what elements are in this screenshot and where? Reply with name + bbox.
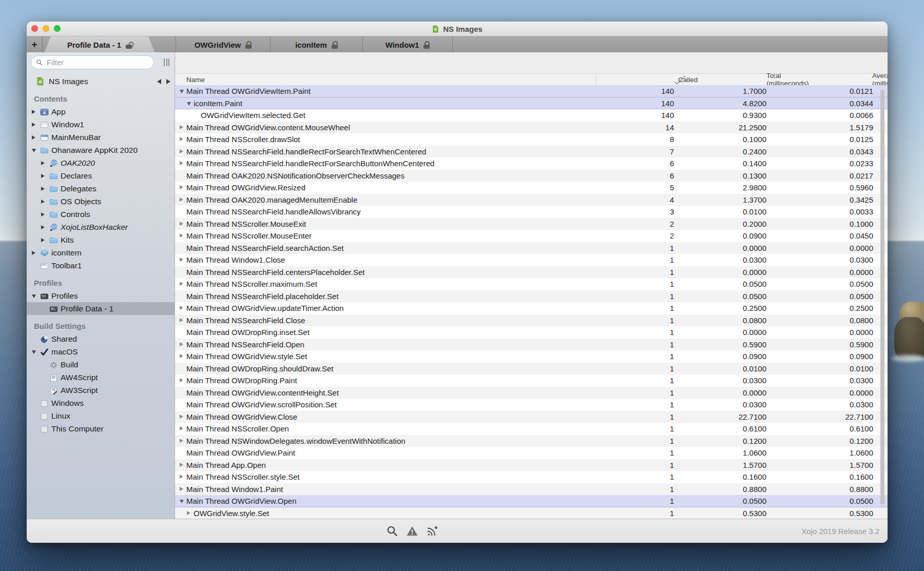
sidebar-item-macos[interactable]: macOS [27,345,175,358]
disclosure-collapsed-icon[interactable] [32,135,35,140]
vertical-scrollbar[interactable] [880,90,884,504]
sidebar-item-delegates[interactable]: Delegates [27,182,175,195]
add-tab-button[interactable]: + [27,36,43,53]
table-row[interactable]: Main Thread NSScroller.MouseExit20.20000… [175,218,888,230]
table-row[interactable]: Main Thread OWGridViewItem.Paint1401.700… [175,85,888,97]
disclosure-collapsed-icon[interactable] [32,123,35,127]
table-row[interactable]: Main Thread OWGridView.scrollPosition.Se… [175,399,888,411]
warning-icon[interactable] [406,525,418,537]
disclosure-collapsed-icon[interactable] [180,149,183,153]
project-row-ns-images[interactable]: NS Images [27,75,175,88]
table-row[interactable]: Main Thread NSScroller.MouseEnter20.0900… [175,230,888,242]
sidebar-item-ohanaware-appkit-2020[interactable]: Ohanaware AppKit 2020 [27,144,175,156]
disclosure-collapsed-icon[interactable] [180,378,183,382]
disclosure-expanded-icon[interactable] [32,149,36,152]
table-row[interactable]: Main Thread Window1.Close10.03000.0300 [175,254,888,266]
table-row[interactable]: Main Thread OWGridView.content.MouseWhee… [175,122,888,134]
filter-input[interactable] [46,57,149,67]
column-divider[interactable] [683,74,684,85]
disclosure-collapsed-icon[interactable] [41,187,45,191]
disclosure-collapsed-icon[interactable] [180,161,183,165]
sidebar-item-build[interactable]: Build [27,358,175,371]
disclosure-collapsed-icon[interactable] [41,212,45,216]
disclosure-collapsed-icon[interactable] [180,125,183,129]
disclosure-collapsed-icon[interactable] [32,251,35,255]
table-row[interactable]: Main Thread NSScroller.maximum.Set10.050… [175,278,888,290]
table-row[interactable]: Main Thread OWDropRing.Paint10.03000.030… [175,375,888,387]
table-row[interactable]: Main Thread NSSearchField.handleAllowsVi… [175,206,888,218]
sidebar-item-app[interactable]: AApp [27,105,175,118]
table-row[interactable]: Main Thread Window1.Paint10.88000.8800 [175,483,888,496]
sidebar-item-os-objects[interactable]: OS Objects [27,195,175,208]
disclosure-collapsed-icon[interactable] [180,282,183,286]
disclosure-collapsed-icon[interactable] [180,233,183,238]
column-divider[interactable] [775,74,775,85]
disclosure-collapsed-icon[interactable] [180,475,183,479]
disclosure-expanded-icon[interactable] [180,90,184,93]
disclosure-collapsed-icon[interactable] [180,137,183,141]
disclosure-collapsed-icon[interactable] [180,426,183,430]
disclosure-collapsed-icon[interactable] [41,161,45,165]
disclosure-expanded-icon[interactable] [187,102,191,106]
sidebar-item-aw3script[interactable]: AW3Script [27,384,175,397]
tab-iconitem[interactable]: iconItem [271,36,363,53]
sidebar-item-linux[interactable]: Linux [27,409,175,422]
disclosure-collapsed-icon[interactable] [41,238,45,242]
sidebar-item-aw4script[interactable]: AW4Script [27,371,175,384]
disclosure-collapsed-icon[interactable] [180,222,183,226]
disclosure-collapsed-icon[interactable] [180,185,183,189]
disclosure-collapsed-icon[interactable] [187,511,190,515]
sidebar-resize-grip-icon[interactable] [164,58,169,66]
sidebar-item-shared[interactable]: Shared [27,332,175,345]
table-row[interactable]: Main Thread NSScroller.drawSlot80.10000.… [175,133,888,146]
table-row[interactable]: Main Thread NSSearchField.Close10.08000.… [175,314,888,327]
disclosure-collapsed-icon[interactable] [180,258,183,262]
table-row[interactable]: Main Thread NSWindowDelegates.windowEven… [175,435,888,447]
sidebar-item-xojolistboxhacker[interactable]: XojoListBoxHacker [27,221,175,233]
disclosure-collapsed-icon[interactable] [32,110,35,114]
table-row[interactable]: Main Thread OWGridView.Resized52.98000.5… [175,182,888,194]
tab-owgridview[interactable]: OWGridView [176,36,271,53]
disclosure-collapsed-icon[interactable] [41,200,45,204]
table-row[interactable]: Main Thread OWGridView.Open10.05000.0500 [175,495,888,507]
disclosure-collapsed-icon[interactable] [180,318,183,322]
table-row[interactable]: Main Thread NSSearchField.centersPlaceho… [175,266,888,279]
sidebar-item-window1[interactable]: Window1 [27,118,175,131]
search-icon[interactable] [386,525,398,537]
nav-back-icon[interactable] [157,79,161,84]
disclosure-expanded-icon[interactable] [32,350,36,354]
table-row[interactable]: Main Thread OWDropRing.shouldDraw.Set10.… [175,363,888,375]
table-row[interactable]: Main Thread NSSearchField.placeholder.Se… [175,290,888,303]
table-row[interactable]: Main Thread NSSearchField.searchAction.S… [175,242,888,254]
table-row[interactable]: Main Thread App.Open11.57001.5700 [175,459,888,471]
sidebar-item-windows[interactable]: Windows [27,397,175,409]
disclosure-collapsed-icon[interactable] [180,306,183,310]
disclosure-collapsed-icon[interactable] [180,487,183,491]
profiler-feed-icon[interactable] [426,525,439,537]
sidebar-item-profiles[interactable]: Profiles [27,289,175,302]
sidebar-item-mainmenubar[interactable]: MainMenuBar [27,131,175,144]
table-row[interactable]: Main Thread OWGridView.Close122.710022.7… [175,411,888,423]
disclosure-collapsed-icon[interactable] [180,415,183,419]
tab-profile-data-1[interactable]: Profile Data - 1 [44,36,155,53]
table-row[interactable]: OWGridView.style.Set10.53000.5300 [175,507,888,520]
table-row[interactable]: Main Thread OWGridView.contentHeight.Set… [175,387,888,399]
table-row[interactable]: Main Thread OWGridView.Paint11.06001.060… [175,447,888,459]
table-row[interactable]: Main Thread NSScroller.Open10.61000.6100 [175,423,888,435]
sidebar-item-profile-data-1[interactable]: Profile Data - 1 [27,302,175,315]
disclosure-collapsed-icon[interactable] [180,198,183,202]
disclosure-collapsed-icon[interactable] [180,439,183,443]
table-row[interactable]: Main Thread OAK2020.managedMenuItemEnabl… [175,194,888,206]
sidebar-item-declares[interactable]: Declares [27,169,175,182]
disclosure-collapsed-icon[interactable] [41,225,45,229]
sidebar-item-kits[interactable]: Kits [27,233,175,246]
nav-forward-icon[interactable] [166,79,170,84]
table-row[interactable]: Main Thread NSSearchField.Open10.59000.5… [175,339,888,351]
disclosure-collapsed-icon[interactable] [180,354,183,358]
table-row[interactable]: Main Thread OAK2020.NSNotificationObserv… [175,170,888,182]
sidebar-item-controls[interactable]: Controls [27,208,175,221]
filter-field[interactable] [31,55,154,69]
table-row[interactable]: Main Thread OWDropRing.inset.Set10.00000… [175,326,888,339]
table-row[interactable]: OWGridViewItem.selected.Get1400.93000.00… [175,109,888,122]
disclosure-expanded-icon[interactable] [32,294,36,298]
